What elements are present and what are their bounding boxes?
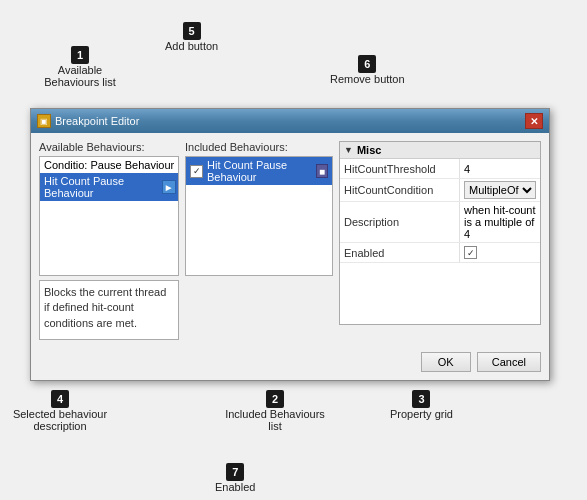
prop-value-hitcountthreshold-text: 4 <box>464 163 470 175</box>
annotation-4: 4 Selected behaviour description <box>10 390 110 432</box>
annotation-badge-7: 7 <box>226 463 244 481</box>
annotation-badge-4: 4 <box>51 390 69 408</box>
annotation-label-4: Selected behaviour description <box>10 408 110 432</box>
annotation-badge-5: 5 <box>183 22 201 40</box>
add-to-included-button[interactable]: ► <box>162 180 176 194</box>
available-behaviours-list[interactable]: Conditio: Pause Behaviour Hit Count Paus… <box>39 156 179 276</box>
included-item-1-label: Hit Count Pause Behaviour <box>207 159 316 183</box>
collapse-arrow-icon[interactable]: ▼ <box>344 145 353 155</box>
dialog-icon: ▣ <box>37 114 51 128</box>
dialog-title: Breakpoint Editor <box>55 115 139 127</box>
annotation-badge-2: 2 <box>266 390 284 408</box>
prop-name-hitcountcondition: HitCountCondition <box>340 179 460 201</box>
included-behaviours-list[interactable]: ✓ Hit Count Pause Behaviour ■ <box>185 156 333 276</box>
hitcountcondition-select[interactable]: MultipleOf Equal GreaterThan <box>464 181 536 199</box>
breakpoint-editor-dialog: ▣ Breakpoint Editor ✕ Available Behaviou… <box>30 108 550 381</box>
selected-behaviour-description: Blocks the current thread if defined hit… <box>39 280 179 340</box>
prop-row-hitcountcondition: HitCountCondition MultipleOf Equal Great… <box>340 179 540 202</box>
included-item-1[interactable]: ✓ Hit Count Pause Behaviour ■ <box>186 157 332 185</box>
prop-value-hitcountthreshold: 4 <box>460 159 540 178</box>
annotation-7: 7 Enabled <box>215 463 255 493</box>
annotation-3: 3 Property grid <box>390 390 453 420</box>
prop-value-description-text: when hit-count is a multiple of 4 <box>464 204 536 240</box>
prop-name-enabled: Enabled <box>340 243 460 262</box>
prop-value-enabled[interactable]: ✓ <box>460 243 540 262</box>
available-item-2[interactable]: Hit Count Pause Behaviour ► <box>40 173 178 201</box>
annotation-badge-6: 6 <box>358 55 376 73</box>
available-behaviours-label: Available Behaviours: <box>39 141 179 153</box>
prop-row-hitcountthreshold: HitCountThreshold 4 <box>340 159 540 179</box>
annotation-label-5: Add button <box>165 40 218 52</box>
included-behaviours-label: Included Behaviours: <box>185 141 333 153</box>
prop-name-description: Description <box>340 202 460 242</box>
annotation-1: 1 Available Behaviours list <box>30 46 130 88</box>
cancel-button[interactable]: Cancel <box>477 352 541 372</box>
prop-row-description: Description when hit-count is a multiple… <box>340 202 540 243</box>
annotation-6: 6 Remove button <box>330 55 405 85</box>
annotation-2: 2 Included Behaviours list <box>220 390 330 432</box>
enabled-checkbox[interactable]: ✓ <box>464 246 477 259</box>
included-behaviours-panel: Included Behaviours: ✓ Hit Count Pause B… <box>185 141 333 340</box>
prop-value-hitcountcondition[interactable]: MultipleOf Equal GreaterThan <box>460 179 540 201</box>
available-item-1[interactable]: Conditio: Pause Behaviour <box>40 157 178 173</box>
dialog-body: Available Behaviours: Conditio: Pause Be… <box>31 133 549 348</box>
included-item-1-checkbox[interactable]: ✓ <box>190 165 203 178</box>
annotation-badge-1: 1 <box>71 46 89 64</box>
annotation-badge-3: 3 <box>412 390 430 408</box>
prop-row-enabled: Enabled ✓ <box>340 243 540 263</box>
dialog-title-area: ▣ Breakpoint Editor <box>37 114 139 128</box>
annotation-label-3: Property grid <box>390 408 453 420</box>
annotation-5: 5 Add button <box>165 22 218 52</box>
available-item-1-label: Conditio: Pause Behaviour <box>44 159 174 171</box>
close-button[interactable]: ✕ <box>525 113 543 129</box>
available-item-2-label: Hit Count Pause Behaviour <box>44 175 162 199</box>
prop-name-hitcountthreshold: HitCountThreshold <box>340 159 460 178</box>
property-grid-panel: ▼ Misc HitCountThreshold 4 HitCountCondi… <box>339 141 541 340</box>
dialog-titlebar: ▣ Breakpoint Editor ✕ <box>31 109 549 133</box>
annotation-label-7: Enabled <box>215 481 255 493</box>
annotation-label-2: Included Behaviours list <box>220 408 330 432</box>
prop-value-description: when hit-count is a multiple of 4 <box>460 202 540 242</box>
property-section-misc: ▼ Misc <box>340 142 540 159</box>
annotation-label-6: Remove button <box>330 73 405 85</box>
annotation-label-1: Available Behaviours list <box>30 64 130 88</box>
ok-button[interactable]: OK <box>421 352 471 372</box>
property-section-label: Misc <box>357 144 381 156</box>
remove-from-included-button[interactable]: ■ <box>316 164 328 178</box>
dialog-footer: OK Cancel <box>31 348 549 380</box>
available-behaviours-panel: Available Behaviours: Conditio: Pause Be… <box>39 141 179 340</box>
property-grid: ▼ Misc HitCountThreshold 4 HitCountCondi… <box>339 141 541 325</box>
